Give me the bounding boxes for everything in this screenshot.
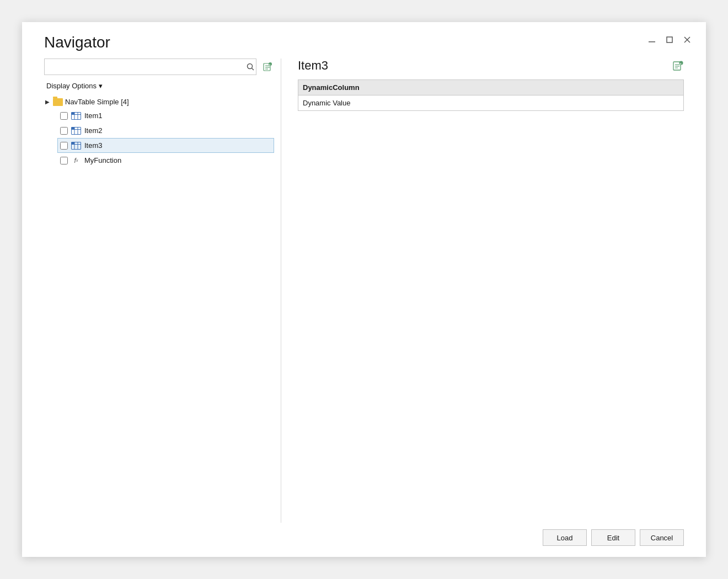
svg-line-5 xyxy=(252,68,254,71)
preview-table-header: DynamicColumn xyxy=(298,80,684,95)
item1-label: Item1 xyxy=(84,111,103,120)
myfunction-label: MyFunction xyxy=(84,156,121,164)
search-wrapper xyxy=(44,59,256,75)
search-button[interactable] xyxy=(247,63,254,71)
window-controls xyxy=(644,32,695,53)
svg-rect-21 xyxy=(72,127,75,129)
display-options-label: Display Options xyxy=(46,82,97,90)
load-button[interactable]: Load xyxy=(543,529,587,546)
svg-text:+: + xyxy=(269,63,271,66)
display-options-button[interactable]: Display Options ▾ xyxy=(44,81,105,91)
navigator-dialog: Navigator xyxy=(22,22,706,557)
minimize-button[interactable] xyxy=(644,32,660,47)
close-button[interactable] xyxy=(679,32,695,47)
table-row: Dynamic Value xyxy=(298,95,684,111)
left-panel-icon-button[interactable]: + xyxy=(261,60,274,73)
title-bar: Navigator xyxy=(22,22,706,53)
tree-container: ▶ NavTable Simple [4] xyxy=(44,95,274,523)
tree-root-group: ▶ NavTable Simple [4] xyxy=(44,95,274,168)
tree-item-myfunction[interactable]: fx MyFunction xyxy=(57,153,274,168)
table-icon-item1 xyxy=(71,112,81,120)
function-icon: fx xyxy=(71,157,81,164)
preview-table-cell: Dynamic Value xyxy=(298,95,684,111)
preview-icon-button[interactable]: + xyxy=(672,60,684,72)
dialog-footer: Load Edit Cancel xyxy=(22,523,706,557)
item2-checkbox[interactable] xyxy=(60,127,68,135)
preview-title: Item3 xyxy=(298,59,328,73)
left-panel: + Display Options ▾ ▶ NavTable xyxy=(22,59,281,523)
svg-rect-26 xyxy=(72,142,75,144)
svg-point-4 xyxy=(248,64,253,69)
svg-text:+: + xyxy=(679,62,682,65)
svg-rect-0 xyxy=(649,41,655,43)
preview-table: DynamicColumn Dynamic Value xyxy=(298,79,684,111)
cancel-button[interactable]: Cancel xyxy=(640,529,684,546)
table-icon-item3 xyxy=(71,142,81,150)
item3-checkbox[interactable] xyxy=(60,142,68,150)
dialog-title: Navigator xyxy=(44,34,110,51)
svg-rect-1 xyxy=(667,37,672,43)
preview-header: Item3 + xyxy=(298,59,684,73)
chevron-down-icon: ▾ xyxy=(99,82,103,90)
search-input[interactable] xyxy=(44,59,256,75)
edit-button[interactable]: Edit xyxy=(591,529,635,546)
item2-label: Item2 xyxy=(84,126,103,135)
myfunction-checkbox[interactable] xyxy=(60,157,68,164)
tree-item-item3[interactable]: Item3 xyxy=(57,138,274,153)
tree-root-item[interactable]: ▶ NavTable Simple [4] xyxy=(44,95,274,108)
dialog-content: + Display Options ▾ ▶ NavTable xyxy=(22,53,706,523)
item3-label: Item3 xyxy=(84,141,103,150)
item1-checkbox[interactable] xyxy=(60,112,68,120)
tree-root-label: NavTable Simple [4] xyxy=(65,98,129,106)
right-panel: Item3 + DynamicColumn xyxy=(281,59,706,523)
search-row: + xyxy=(44,59,274,75)
collapse-arrow-icon: ▶ xyxy=(44,99,51,105)
svg-rect-16 xyxy=(72,112,75,114)
display-options-row: Display Options ▾ xyxy=(44,81,274,91)
maximize-button[interactable] xyxy=(662,32,677,47)
tree-item-item2[interactable]: Item2 xyxy=(57,123,274,138)
tree-item-item1[interactable]: Item1 xyxy=(57,108,274,123)
tree-children: Item1 xyxy=(44,108,274,168)
table-icon-item2 xyxy=(71,127,81,135)
folder-icon xyxy=(53,98,63,106)
